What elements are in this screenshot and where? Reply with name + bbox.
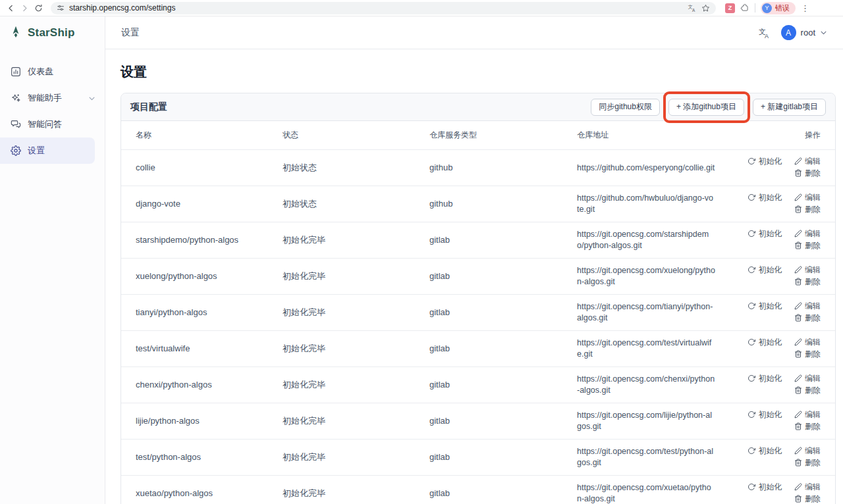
project-status: 初始化完毕 xyxy=(283,403,429,440)
translate-page-icon[interactable]: 文A xyxy=(688,3,697,13)
toolbar-divider xyxy=(755,3,755,13)
table-row: starshipdemo/python-algos 初始化完毕 gitlab h… xyxy=(121,222,835,259)
chevron-down-icon[interactable] xyxy=(88,95,95,102)
sidebar: StarShip 仪表盘 智能助手 智能问答 xyxy=(0,16,105,504)
profile-avatar: Y xyxy=(762,3,772,13)
initialize-action[interactable]: 初始化 xyxy=(748,482,782,492)
svg-text:A: A xyxy=(692,8,695,13)
initialize-action[interactable]: 初始化 xyxy=(748,301,782,311)
back-icon[interactable] xyxy=(7,4,15,13)
pencil-icon xyxy=(794,193,802,201)
delete-action[interactable]: 删除 xyxy=(794,204,821,214)
initialize-action[interactable]: 初始化 xyxy=(748,373,782,384)
initialize-action[interactable]: 初始化 xyxy=(748,156,782,166)
delete-action[interactable]: 删除 xyxy=(794,168,821,178)
delete-action[interactable]: 删除 xyxy=(794,421,821,432)
extensions-puzzle-icon[interactable] xyxy=(740,3,749,13)
initialize-action[interactable]: 初始化 xyxy=(748,445,782,456)
refresh-icon xyxy=(748,374,755,382)
project-name: test/virtualwife xyxy=(121,331,283,367)
forward-icon[interactable] xyxy=(20,4,29,13)
edit-action[interactable]: 编辑 xyxy=(794,409,821,420)
col-header-repo-type: 仓库服务类型 xyxy=(429,121,577,150)
trash-icon xyxy=(794,241,802,249)
address-bar[interactable]: starship.opencsg.com/settings 文A xyxy=(51,2,716,14)
sidebar-nav: 仪表盘 智能助手 智能问答 设置 xyxy=(0,59,105,164)
refresh-icon xyxy=(748,193,755,201)
edit-action[interactable]: 编辑 xyxy=(794,482,821,492)
url-text[interactable]: starship.opencsg.com/settings xyxy=(69,3,683,13)
table-row: tianyi/python-algos 初始化完毕 gitlab https:/… xyxy=(121,295,835,331)
add-github-project-button[interactable]: + 添加github项目 xyxy=(668,99,744,116)
profile-chip[interactable]: Y 错误 xyxy=(761,2,796,14)
card-header: 项目配置 同步github权限 + 添加github项目 + 新建gitlab项… xyxy=(121,93,835,121)
pencil-icon xyxy=(794,302,802,310)
edit-action[interactable]: 编辑 xyxy=(794,337,821,347)
chevron-down-icon xyxy=(820,29,827,36)
delete-action[interactable]: 删除 xyxy=(794,276,821,287)
project-status: 初始化完毕 xyxy=(283,367,429,403)
user-menu[interactable]: A root xyxy=(781,25,827,40)
initialize-action[interactable]: 初始化 xyxy=(748,192,782,203)
site-permissions-icon[interactable] xyxy=(57,4,65,12)
sidebar-item-settings[interactable]: 设置 xyxy=(0,138,95,164)
pencil-icon xyxy=(794,374,802,382)
table-row: xuetao/python-algos 初始化完毕 gitlab https:/… xyxy=(121,476,835,504)
profile-label: 错误 xyxy=(775,3,790,13)
project-status: 初始化完毕 xyxy=(283,331,429,367)
project-name: lijie/python-algos xyxy=(121,403,283,440)
logo[interactable]: StarShip xyxy=(0,16,105,49)
delete-action[interactable]: 删除 xyxy=(794,385,821,395)
project-status: 初始状态 xyxy=(283,186,429,222)
pencil-icon xyxy=(794,157,802,165)
edit-action[interactable]: 编辑 xyxy=(794,228,821,239)
sidebar-item-assistant[interactable]: 智能助手 xyxy=(0,85,105,111)
trash-icon xyxy=(794,386,802,394)
delete-action[interactable]: 删除 xyxy=(794,240,821,251)
repo-service-type: github xyxy=(429,186,577,222)
initialize-action[interactable]: 初始化 xyxy=(748,228,782,239)
initialize-action[interactable]: 初始化 xyxy=(748,265,782,275)
delete-action[interactable]: 删除 xyxy=(794,457,821,468)
table-row: chenxi/python-algos 初始化完毕 gitlab https:/… xyxy=(121,367,835,403)
reload-icon[interactable] xyxy=(34,4,43,13)
assistant-sparkles-icon xyxy=(11,93,21,103)
project-status: 初始化完毕 xyxy=(283,440,429,476)
initialize-action[interactable]: 初始化 xyxy=(748,337,782,347)
pinned-extension-icon[interactable]: Z xyxy=(725,3,735,13)
sync-github-permissions-button[interactable]: 同步github权限 xyxy=(591,99,660,116)
browser-menu-icon[interactable]: ⋮ xyxy=(801,3,809,13)
edit-action[interactable]: 编辑 xyxy=(794,373,821,384)
initialize-action[interactable]: 初始化 xyxy=(748,409,782,420)
avatar: A xyxy=(781,25,796,40)
refresh-icon xyxy=(748,483,755,491)
repo-url: https://git.opencsg.com/tianyi/python-al… xyxy=(577,295,726,331)
trash-icon xyxy=(794,350,802,358)
new-gitlab-project-button[interactable]: + 新建gitlab项目 xyxy=(753,99,826,116)
sidebar-item-label: 智能问答 xyxy=(28,118,62,130)
delete-action[interactable]: 删除 xyxy=(794,493,821,504)
edit-action[interactable]: 编辑 xyxy=(794,192,821,203)
sidebar-item-qa[interactable]: 智能问答 xyxy=(0,111,105,138)
refresh-icon xyxy=(748,230,755,238)
delete-action[interactable]: 删除 xyxy=(794,313,821,323)
card-title: 项目配置 xyxy=(130,101,167,113)
table-row: xuelong/python-algos 初始化完毕 gitlab https:… xyxy=(121,259,835,295)
refresh-icon xyxy=(748,338,755,346)
repo-service-type: gitlab xyxy=(429,295,577,331)
project-name: django-vote xyxy=(121,186,283,222)
edit-action[interactable]: 编辑 xyxy=(794,156,821,166)
language-switch-icon[interactable]: 文A xyxy=(759,27,771,39)
edit-action[interactable]: 编辑 xyxy=(794,445,821,456)
edit-action[interactable]: 编辑 xyxy=(794,301,821,311)
sidebar-item-dashboard[interactable]: 仪表盘 xyxy=(0,59,105,85)
edit-action[interactable]: 编辑 xyxy=(794,265,821,275)
trash-icon xyxy=(794,205,802,213)
project-name: test/python-algos xyxy=(121,440,283,476)
pencil-icon xyxy=(794,411,802,418)
bookmark-star-icon[interactable] xyxy=(701,4,710,13)
repo-url: https://git.opencsg.com/lijie/python-alg… xyxy=(577,403,726,440)
project-status: 初始化完毕 xyxy=(283,259,429,295)
trash-icon xyxy=(794,422,802,430)
delete-action[interactable]: 删除 xyxy=(794,349,821,359)
